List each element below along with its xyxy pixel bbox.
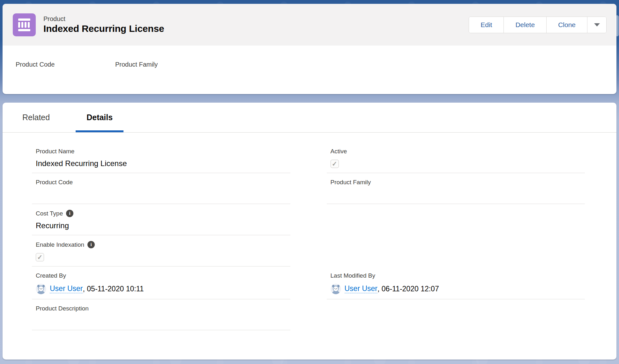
- info-icon[interactable]: [66, 210, 73, 217]
- empty-cell: [327, 299, 585, 330]
- delete-button[interactable]: Delete: [503, 17, 546, 33]
- tab-related[interactable]: Related: [11, 103, 61, 132]
- page-scrollbar-thumb[interactable]: [615, 15, 619, 36]
- tab-details[interactable]: Details: [76, 103, 123, 132]
- created-datetime: , 05-11-2020 10:11: [83, 285, 144, 293]
- field-value: [36, 316, 290, 325]
- field-product-description: Product Description: [32, 299, 290, 330]
- field-value: [115, 68, 215, 78]
- info-icon[interactable]: [87, 241, 95, 248]
- empty-cell: [327, 235, 585, 266]
- chevron-down-icon: [594, 23, 600, 26]
- field-label: Last Modified By: [331, 272, 585, 279]
- avatar: [331, 284, 341, 294]
- product-icon: [13, 13, 36, 36]
- field-label: Cost Type: [36, 210, 63, 217]
- record-detail-card: Related Details Product Name Indexed Rec…: [3, 103, 616, 360]
- highlight-field-product-code: Product Code: [16, 61, 115, 78]
- field-product-family: Product Family: [327, 173, 585, 204]
- avatar: [36, 284, 46, 294]
- empty-cell: [327, 204, 585, 235]
- field-last-modified-by: Last Modified By User User, 06-11-2020 1…: [327, 266, 585, 299]
- last-modified-by-user-link[interactable]: User User: [345, 284, 378, 293]
- clone-button[interactable]: Clone: [546, 17, 587, 33]
- more-actions-button[interactable]: [587, 17, 606, 33]
- highlight-field-product-family: Product Family: [115, 61, 215, 78]
- field-created-by: Created By User User, 05-11-2020 10:11: [32, 266, 290, 299]
- record-tabs: Related Details: [3, 103, 616, 133]
- field-label: Product Code: [16, 61, 115, 68]
- enable-indexation-checkbox: [36, 253, 44, 261]
- field-value: [36, 190, 290, 199]
- record-header: Product Indexed Recurring License Edit D…: [3, 4, 616, 46]
- record-title-block: Product Indexed Recurring License: [43, 15, 469, 35]
- field-value: [16, 68, 115, 78]
- field-value: Recurring: [36, 221, 290, 230]
- created-by-user-link[interactable]: User User: [50, 284, 83, 293]
- field-value: [331, 190, 585, 199]
- field-product-code: Product Code: [32, 173, 290, 204]
- details-field-grid: Product Name Indexed Recurring License A…: [32, 133, 585, 330]
- field-label: Product Name: [36, 148, 290, 155]
- active-checkbox: [331, 160, 339, 168]
- field-cost-type: Cost Type Recurring: [32, 204, 290, 235]
- entity-label: Product: [43, 15, 469, 23]
- edit-button[interactable]: Edit: [469, 17, 503, 33]
- field-enable-indexation: Enable Indexation: [32, 235, 290, 266]
- field-label: Product Family: [331, 179, 585, 186]
- record-header-card: Product Indexed Recurring License Edit D…: [3, 4, 616, 94]
- field-label: Enable Indexation: [36, 241, 84, 248]
- field-label: Product Family: [115, 61, 215, 68]
- field-label: Product Code: [36, 179, 290, 186]
- field-label: Active: [331, 148, 585, 155]
- field-product-name: Product Name Indexed Recurring License: [32, 142, 290, 173]
- field-label: Product Description: [36, 305, 290, 312]
- record-actions: Edit Delete Clone: [469, 17, 607, 33]
- page-title: Indexed Recurring License: [43, 23, 469, 35]
- highlights-panel: Product Code Product Family: [3, 46, 616, 78]
- field-value: Indexed Recurring License: [36, 159, 290, 168]
- field-label: Created By: [36, 272, 290, 279]
- last-modified-datetime: , 06-11-2020 12:07: [377, 285, 439, 293]
- field-active: Active: [327, 142, 585, 173]
